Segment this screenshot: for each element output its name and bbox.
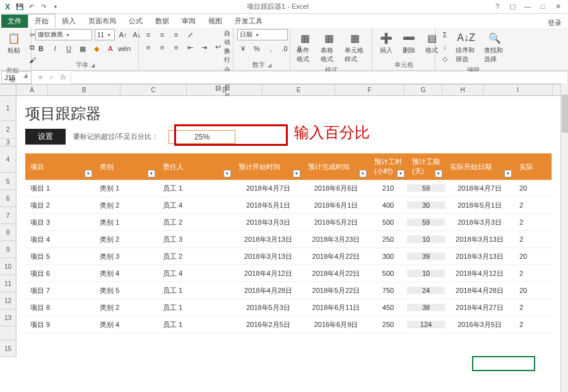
conditional-formatting-button[interactable]: ▦条件格式 <box>294 29 316 65</box>
currency-icon[interactable]: ¥ <box>237 43 249 54</box>
cell-project[interactable]: 项目 2 <box>25 201 95 210</box>
align-center-icon[interactable]: ≡ <box>157 42 168 53</box>
italic-button[interactable]: I <box>49 43 61 54</box>
tab-formula[interactable]: 公式 <box>122 15 149 28</box>
cell-plan-hours[interactable]: 210 <box>369 184 407 192</box>
cell-responsible[interactable]: 员工 1 <box>158 286 234 295</box>
row-header[interactable]: 3 <box>0 139 16 146</box>
paste-button[interactable]: 📋 粘贴 <box>4 29 24 56</box>
cell-category[interactable]: 类别 1 <box>95 218 158 227</box>
cell-actual-end[interactable]: 2 <box>514 321 540 328</box>
cell-actual-end[interactable]: 2 <box>514 235 540 243</box>
enter-icon[interactable]: ✓ <box>47 73 57 83</box>
table-row[interactable]: 项目 4类别 2员工 32018年3月13日2018年3月23日25010201… <box>25 231 552 248</box>
cell-plan-days[interactable]: 124 <box>407 321 445 328</box>
row-header[interactable]: 7 <box>0 207 16 224</box>
maximize-icon[interactable]: □ <box>538 3 548 11</box>
cell-actual-start[interactable]: 2018年3月13日 <box>445 235 514 244</box>
cell-plan-end[interactable]: 2018年4月22日 <box>303 269 369 278</box>
align-top-icon[interactable]: ≡ <box>143 29 154 40</box>
cell-project[interactable]: 项目 3 <box>25 218 95 227</box>
align-bottom-icon[interactable]: ≡ <box>170 29 182 40</box>
close-icon[interactable]: ✕ <box>553 3 563 11</box>
align-right-icon[interactable]: ≡ <box>170 42 182 53</box>
sort-filter-button[interactable]: A↓Z排序和筛选 <box>453 29 479 65</box>
col-header[interactable]: C <box>121 85 187 95</box>
indent-dec-icon[interactable]: ⇤ <box>184 42 196 53</box>
save-icon[interactable]: 💾 <box>15 2 25 12</box>
cell-category[interactable]: 类别 4 <box>95 320 158 330</box>
table-row[interactable]: 项目 3类别 1员工 22018年3月3日2018年5月2日500592018年… <box>25 214 552 231</box>
cell-plan-days[interactable]: 10 <box>407 270 445 277</box>
th-plan-start[interactable]: 预计开始时间▾ <box>234 153 303 180</box>
cell-project[interactable]: 项目 8 <box>25 303 95 312</box>
tab-insert[interactable]: 插入 <box>56 15 82 28</box>
filter-icon[interactable]: ▾ <box>223 170 231 177</box>
col-header[interactable]: B <box>48 85 121 95</box>
percent-icon[interactable]: % <box>251 43 263 54</box>
col-header[interactable]: I <box>483 85 553 95</box>
border-button[interactable]: ▦ <box>77 43 88 54</box>
cell-project[interactable]: 项目 6 <box>25 269 95 278</box>
th-plan-end[interactable]: 预计完成时间▾ <box>303 153 369 180</box>
undo-icon[interactable]: ↶ <box>27 2 37 12</box>
cell-styles-button[interactable]: ▦单元格样式 <box>342 29 368 65</box>
row-header[interactable]: 10 <box>0 258 16 275</box>
cell-category[interactable]: 类别 4 <box>95 269 158 278</box>
cell-actual-end[interactable]: 2 <box>514 201 540 209</box>
cell-responsible[interactable]: 员工 4 <box>158 201 234 210</box>
bold-button[interactable]: B <box>35 43 47 54</box>
vertical-scrollbar[interactable] <box>560 83 568 392</box>
row-header[interactable]: 6 <box>0 190 16 207</box>
font-color-button[interactable]: A <box>105 43 116 54</box>
table-row[interactable]: 项目 5类别 3员工 22018年3月13日2018年4月22日30039201… <box>25 248 552 265</box>
filter-icon[interactable]: ▾ <box>293 170 300 177</box>
cell-actual-end[interactable]: 20 <box>514 184 540 192</box>
cell-plan-days[interactable]: 30 <box>407 201 445 209</box>
cell-actual-start[interactable]: 2018年3月13日 <box>445 252 514 261</box>
cell-category[interactable]: 类别 3 <box>95 252 158 261</box>
filter-icon[interactable]: ▾ <box>148 170 155 177</box>
fx-icon[interactable]: fx <box>58 73 68 83</box>
cell-plan-start[interactable]: 2018年3月3日 <box>234 218 303 227</box>
ribbon-display-icon[interactable]: ▢ <box>507 3 518 11</box>
cell-plan-hours[interactable]: 300 <box>369 252 407 260</box>
cell-plan-days[interactable]: 59 <box>407 184 445 192</box>
redo-icon[interactable]: ↷ <box>38 2 49 12</box>
row-header[interactable]: 1 <box>0 96 16 121</box>
cell-plan-end[interactable]: 2018年4月22日 <box>303 252 369 261</box>
row-header[interactable]: 11 <box>0 275 16 292</box>
cell-plan-days[interactable]: 59 <box>407 218 445 226</box>
launcher-icon[interactable]: ◢ <box>91 62 95 68</box>
table-row[interactable]: 项目 7类别 5员工 12018年4月28日2018年5月22日75024201… <box>25 282 552 299</box>
scrollbar-thumb[interactable] <box>562 95 568 133</box>
cell-actual-end[interactable]: 2 <box>514 304 540 311</box>
percentage-input[interactable]: 25% <box>169 130 235 144</box>
tab-dev[interactable]: 开发工具 <box>228 15 269 28</box>
orientation-icon[interactable]: ⤢ <box>184 29 196 40</box>
tab-review[interactable]: 审阅 <box>175 15 202 28</box>
cell-plan-start[interactable]: 2018年4月28日 <box>234 286 303 295</box>
tab-home[interactable]: 开始 <box>28 14 56 28</box>
cell-category[interactable]: 类别 2 <box>95 201 158 210</box>
cell-plan-hours[interactable]: 500 <box>369 218 407 226</box>
cell-actual-start[interactable]: 2018年5月1日 <box>445 201 514 210</box>
settings-button[interactable]: 设置 <box>25 129 66 145</box>
cell-plan-start[interactable]: 2018年3月13日 <box>234 235 303 244</box>
col-header[interactable]: E <box>263 85 335 95</box>
cell-plan-start[interactable]: 2018年3月13日 <box>234 252 303 261</box>
cell-plan-days[interactable]: 39 <box>407 252 445 260</box>
cell-category[interactable]: 类别 2 <box>95 303 158 312</box>
cell-project[interactable]: 项目 4 <box>25 235 95 244</box>
cell-responsible[interactable]: 员工 3 <box>158 235 234 244</box>
align-left-icon[interactable]: ≡ <box>143 42 154 53</box>
cell-responsible[interactable]: 员工 1 <box>158 184 234 193</box>
table-row[interactable]: 项目 8类别 2员工 12018年5月3日2018年6月11日450382018… <box>25 299 552 316</box>
th-project[interactable]: 项目▾ <box>25 153 95 180</box>
cell-plan-hours[interactable]: 400 <box>369 201 407 209</box>
filter-icon[interactable]: ▾ <box>85 170 92 177</box>
cell-plan-hours[interactable]: 250 <box>369 235 407 243</box>
name-box[interactable]: J15▼ <box>1 71 32 84</box>
tab-layout[interactable]: 页面布局 <box>82 15 122 28</box>
help-icon[interactable]: ? <box>492 3 502 11</box>
